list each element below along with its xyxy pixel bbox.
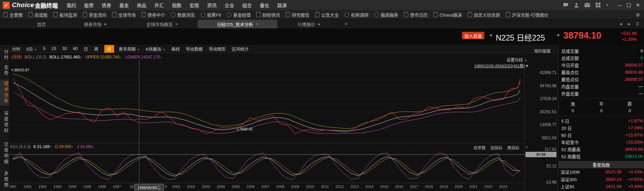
toolbar-15[interactable]: 15 [51, 46, 56, 51]
sidebar-item-多周期[interactable]: 多周期 [0, 171, 9, 188]
add-to-watchlist-button[interactable]: 加入自选 [462, 32, 484, 39]
toolbar-导出图形[interactable]: 导出图形 [209, 46, 226, 52]
simple-layout-button[interactable]: 简约版面 [534, 48, 550, 54]
tab-全球市场概览[interactable]: 全球市场概览× [127, 20, 198, 28]
toolbar-画线[interactable]: 画线 [171, 46, 180, 52]
toolbar-更多周期[interactable]: 更多周期▼ [119, 46, 140, 52]
close-tab-icon[interactable]: × [175, 22, 178, 27]
menu-item-商品[interactable]: 商品 [133, 2, 150, 8]
toolbar-5[interactable]: 5 [43, 46, 45, 51]
index-row[interactable]: 深证100R5523.39+0.43% [559, 168, 644, 176]
close-indicator-icon[interactable]: × [525, 145, 528, 150]
menu-item-资讯[interactable]: 资讯 [203, 2, 221, 8]
document-icon [28, 12, 33, 17]
quicklink-全景图[interactable]: 全景图 [3, 11, 23, 18]
prev-symbol-icon[interactable]: ◄ [488, 32, 493, 38]
chart-sidebar: 分时走势技术分析深度资料交易明细多周期 [0, 45, 9, 191]
tab-forward-icon[interactable]: ► [627, 22, 631, 26]
quicklink-Choice路演[interactable]: Choice路演 [433, 11, 462, 18]
quicklink-股票F9[interactable]: 股票F9 [201, 11, 221, 18]
tab-债券市场[interactable]: 债券市场◆ [64, 20, 127, 28]
pin-icon[interactable]: ◆ [526, 64, 528, 67]
quicklink-资金流向[interactable]: 资金流向 [83, 11, 106, 18]
toolbar-60[interactable]: 60 [73, 46, 78, 51]
menu-item-量化[interactable]: 量化 [256, 2, 273, 8]
close-tab-icon[interactable]: × [256, 22, 258, 27]
quicklink-沪深京股-行情报价[interactable]: 沪深京股-行情报价 [506, 11, 548, 18]
updown-value: 0 [616, 108, 644, 113]
toolbar-周[interactable]: 周 [94, 46, 99, 52]
tab-日经225_技术分析[interactable]: 日经225_技术分析× [198, 20, 278, 28]
tab-首页[interactable]: 首页 [20, 20, 64, 28]
menu-item-路演[interactable]: 路演 [273, 2, 291, 8]
quicklink-研究报告[interactable]: 研究报告 [286, 11, 309, 18]
sidebar-item-分时[interactable]: 分时 [0, 49, 9, 61]
sidebar-item-交易明细[interactable]: 交易明细 [0, 142, 9, 165]
date-range-text[interactable]: 1989/12/29-2024/2/22(411根) [474, 63, 525, 68]
menu-item-债券[interactable]: 债券 [98, 2, 115, 8]
menu-item-外汇[interactable]: 外汇 [150, 2, 168, 8]
quicklink-板块监测[interactable]: 板块监测 [53, 11, 77, 18]
tab-行情报价[interactable]: 行情报价◆ [278, 20, 340, 28]
quicklink-融资融券[interactable]: 融资融券 [374, 11, 398, 18]
quicklink-基金经理[interactable]: 基金经理 [227, 11, 251, 18]
menu-item-指数[interactable]: 指数 [168, 2, 185, 8]
kdj-name[interactable]: KDJ (9,3,3) [10, 144, 31, 149]
indicator-name[interactable]: BOLL (20,2) [25, 55, 47, 59]
toolbar-K线叠加[interactable]: K线叠加▼ [146, 46, 165, 52]
menu-item-企业[interactable]: 企业 [221, 2, 238, 8]
new-tab-button[interactable]: + [340, 20, 352, 28]
mail-icon[interactable] [584, 2, 590, 8]
quicklink-债市日历[interactable]: 债市日历 [404, 11, 428, 18]
menu-item-基金[interactable]: 基金 [115, 2, 133, 8]
toolbar-30[interactable]: 30 [62, 46, 67, 51]
x-axis-label: 2004 [217, 185, 225, 189]
chevron-down-icon[interactable]: ▼ [606, 3, 609, 7]
menu-item-我的[interactable]: 我的 [62, 2, 80, 8]
index-row[interactable]: 深证3003840.13+0.62% [559, 176, 644, 183]
date-range-control[interactable]: 1989/12/29-2024/2/22(411根) ◆ [465, 63, 528, 68]
kdj-control-改参数[interactable]: 改参数 [473, 146, 486, 150]
tab-list-icon[interactable]: ☰ [636, 22, 639, 26]
toolbar-区间统计[interactable]: 区间统计 [232, 46, 249, 52]
price-chart-canvas[interactable] [9, 53, 524, 191]
toolbar-导出数据[interactable]: 导出数据 [186, 46, 203, 52]
menu-item-宏观[interactable]: 宏观 [185, 2, 203, 8]
minimize-button[interactable]: — [617, 2, 622, 8]
quote-row: 外盘总量— [559, 90, 644, 97]
kdj-control-加指标[interactable]: 加指标 [490, 146, 503, 150]
quicklink-自定义综合屏[interactable]: 自定义综合屏 [468, 11, 500, 18]
quicklink-公告大全[interactable]: 公告大全 [315, 11, 339, 18]
ma-settings-button[interactable]: 设置均线▼ [507, 57, 527, 63]
menu-item-组合[interactable]: 组合 [238, 2, 256, 8]
quicklink-机构调研[interactable]: 机构调研 [344, 11, 368, 18]
quicklink-数据浏览[interactable]: 数据浏览 [171, 11, 195, 18]
last-price: 38794.10 [563, 30, 601, 41]
kdj-k-value: K:31.168↑ [33, 144, 52, 149]
apps-grid-icon[interactable] [595, 2, 601, 8]
quicklink-全球市场[interactable]: 全球市场 [112, 11, 136, 18]
pin-icon[interactable]: ◆ [318, 23, 320, 26]
gear-icon[interactable]: ⚙ [636, 12, 644, 18]
quicklink-债券中介[interactable]: 债券中介 [141, 11, 165, 18]
sidebar-item-技术分析[interactable]: 技术分析 [0, 80, 9, 105]
quicklink-财经快讯[interactable]: 财经快讯 [256, 11, 280, 18]
chat-icon[interactable] [563, 2, 569, 8]
toolbar-日[interactable]: 日 [84, 46, 88, 52]
close-button[interactable]: ✕ [636, 2, 640, 8]
pin-icon[interactable]: ◆ [104, 23, 106, 26]
index-row[interactable]: 上证502421.99+0.49% [559, 183, 644, 190]
toolbar-5日[interactable]: 5日▼ [26, 46, 37, 52]
menu-item-股票[interactable]: 股票 [80, 2, 98, 8]
sidebar-item-深度资料[interactable]: 深度资料 [0, 111, 9, 134]
kdj-control-换指标[interactable]: 换指标 [507, 146, 519, 150]
maximize-button[interactable] [627, 3, 631, 7]
toolbar-月[interactable]: 月 [104, 45, 114, 53]
tab-back-icon[interactable]: ◄ [619, 22, 623, 26]
user-icon[interactable] [573, 2, 579, 8]
sidebar-item-走势[interactable]: 走势 [0, 65, 9, 76]
main-axis-tick: 34763.98 [540, 83, 557, 88]
quicklink-自选股[interactable]: 自选股 [28, 11, 48, 18]
next-symbol-icon[interactable]: ► [557, 32, 561, 38]
toolbar-分时[interactable]: 分时 [12, 46, 20, 52]
